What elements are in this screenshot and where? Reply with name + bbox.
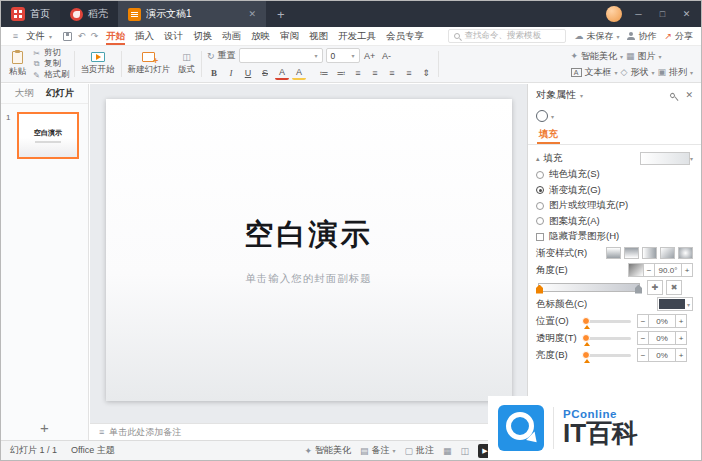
new-tab-button[interactable]: + <box>266 7 296 22</box>
position-increase-button[interactable]: + <box>675 314 687 328</box>
redo-icon[interactable]: ↷ <box>88 31 101 41</box>
new-slide-button[interactable]: 新建幻灯片 <box>124 48 175 80</box>
slide-area[interactable]: 空白演示 单击输入您的封面副标题 <box>90 84 527 423</box>
shapes-button[interactable]: ◇ 形状 ▾ <box>621 66 655 79</box>
collaborate-button[interactable]: 协作 <box>627 30 656 43</box>
angle-value[interactable]: 90.0° <box>654 263 682 277</box>
fill-section-header[interactable]: ▴ 填充 ▾ <box>536 150 693 167</box>
tab-docer[interactable]: 稻壳 <box>60 1 118 27</box>
gradient-stop-start[interactable] <box>536 285 543 294</box>
gradient-style-up[interactable] <box>624 247 639 259</box>
decrease-font-button[interactable]: A- <box>380 49 394 63</box>
copy-button[interactable]: ⧉ 复制 <box>32 59 70 69</box>
transparency-increase-button[interactable]: + <box>675 331 687 345</box>
brightness-value[interactable]: 0% <box>648 348 676 362</box>
slider-handle[interactable] <box>582 351 590 359</box>
format-painter-button[interactable]: ✎ 格式刷 <box>32 70 70 80</box>
fill-preview-swatch[interactable] <box>640 152 690 165</box>
remove-stop-button[interactable]: ✖ <box>666 280 682 295</box>
normal-view-icon[interactable]: ▦ <box>443 446 452 456</box>
brightness-increase-button[interactable]: + <box>675 348 687 362</box>
tab-member[interactable]: 会员专享 <box>381 27 429 45</box>
file-menu[interactable]: ≡ 文件 ▾ <box>1 30 60 43</box>
minimize-button[interactable]: ─ <box>631 9 646 19</box>
strikethrough-button[interactable]: S <box>258 66 272 80</box>
user-avatar[interactable] <box>606 6 622 22</box>
angle-increase-button[interactable]: + <box>681 263 693 277</box>
font-size-combo[interactable]: 0 ▾ <box>326 48 360 63</box>
option-hide-background[interactable]: 隐藏背景图形(H) <box>536 229 693 245</box>
slide-sorter-view-icon[interactable]: ◫ <box>460 446 469 456</box>
slide-thumbnail[interactable]: 空白演示 <box>17 112 79 159</box>
tab-slideshow[interactable]: 放映 <box>246 27 275 45</box>
reset-button[interactable]: ↻ 重置 <box>207 49 236 62</box>
picture-button[interactable]: ▦ 图片 ▾ <box>626 50 662 63</box>
smart-beautify-button[interactable]: ✦ 智能美化 ▾ <box>571 50 624 63</box>
textbox-button[interactable]: A 文本框 ▾ <box>571 66 618 79</box>
font-name-combo[interactable]: ▾ <box>239 48 323 63</box>
slide-subtitle-placeholder[interactable]: 单击输入您的封面副标题 <box>245 272 372 286</box>
underline-button[interactable]: U <box>241 66 255 80</box>
tab-fill[interactable]: 填充 <box>537 126 560 144</box>
paste-button[interactable]: 粘贴 <box>5 48 30 80</box>
close-tab-icon[interactable]: ✕ <box>248 9 256 19</box>
add-slide-button[interactable]: + <box>1 414 88 440</box>
align-left-button[interactable]: ≡ <box>351 66 365 80</box>
slider-handle[interactable] <box>582 317 590 325</box>
option-pattern-fill[interactable]: 图案填充(A) <box>536 214 693 230</box>
object-shape-icon[interactable] <box>536 110 548 122</box>
slide-title-placeholder[interactable]: 空白演示 <box>245 215 373 255</box>
chevron-down-icon[interactable]: ▾ <box>580 92 583 99</box>
home-button[interactable]: 首页 <box>1 1 60 27</box>
line-spacing-button[interactable]: ⇕ <box>419 66 433 80</box>
tab-devtools[interactable]: 开发工具 <box>333 27 381 45</box>
chevron-down-icon[interactable]: ▾ <box>551 113 554 120</box>
transparency-slider[interactable] <box>583 337 631 340</box>
brightness-slider[interactable] <box>583 354 631 357</box>
gradient-style-right[interactable] <box>642 247 657 259</box>
gradient-style-diagonal[interactable] <box>660 247 675 259</box>
tab-outline[interactable]: 大纲 <box>15 87 34 100</box>
align-center-button[interactable]: ≡ <box>368 66 382 80</box>
cut-button[interactable]: ✂ 剪切 <box>32 48 70 58</box>
gradient-stop-bar[interactable] <box>538 283 640 292</box>
option-picture-fill[interactable]: 图片或纹理填充(P) <box>536 198 693 214</box>
play-from-current-button[interactable]: 当页开始 <box>77 48 119 80</box>
save-icon[interactable] <box>63 32 72 41</box>
transparency-value[interactable]: 0% <box>648 331 676 345</box>
save-status[interactable]: ☁ 未保存 ▾ <box>574 30 619 43</box>
arrange-button[interactable]: ▣ 排列 ▾ <box>657 66 693 79</box>
bullets-button[interactable]: ≔ <box>317 66 331 80</box>
position-value[interactable]: 0% <box>648 314 676 328</box>
numbering-button[interactable]: ≕ <box>334 66 348 80</box>
tab-document[interactable]: 演示文稿1 ✕ <box>118 1 266 27</box>
gradient-stop-end[interactable] <box>635 285 642 294</box>
maximize-button[interactable]: □ <box>655 9 670 19</box>
slide[interactable]: 空白演示 单击输入您的封面副标题 <box>106 99 512 401</box>
tab-animation[interactable]: 动画 <box>217 27 246 45</box>
italic-button[interactable]: I <box>224 66 238 80</box>
highlight-color-button[interactable]: A <box>292 67 306 80</box>
stop-color-picker[interactable]: ▾ <box>657 297 693 311</box>
option-gradient-fill[interactable]: 渐变填充(G) <box>536 183 693 199</box>
tab-transition[interactable]: 切换 <box>188 27 217 45</box>
tab-start[interactable]: 开始 <box>101 27 130 45</box>
layout-button[interactable]: ◫ 版式 <box>174 48 199 80</box>
justify-button[interactable]: ≡ <box>402 66 416 80</box>
notes-bar[interactable]: ≡ 单击此处添加备注 <box>90 423 527 440</box>
undo-icon[interactable]: ↶ <box>75 31 88 41</box>
tab-view[interactable]: 视图 <box>304 27 333 45</box>
add-stop-button[interactable]: ✚ <box>647 280 663 295</box>
slider-handle[interactable] <box>582 334 590 342</box>
gradient-style-radial[interactable] <box>678 247 693 259</box>
theme-name[interactable]: Office 主题 <box>71 444 115 457</box>
comments-button[interactable]: ▢ 批注 <box>404 444 434 457</box>
tab-review[interactable]: 审阅 <box>275 27 304 45</box>
increase-font-button[interactable]: A+ <box>363 49 377 63</box>
align-right-button[interactable]: ≡ <box>385 66 399 80</box>
smart-beautify-status-button[interactable]: ✦ 智能美化 <box>304 444 351 457</box>
tab-slides[interactable]: 幻灯片 <box>46 87 75 100</box>
tab-design[interactable]: 设计 <box>159 27 188 45</box>
pin-icon[interactable] <box>669 91 676 98</box>
share-button[interactable]: ↗ 分享 <box>664 30 693 43</box>
